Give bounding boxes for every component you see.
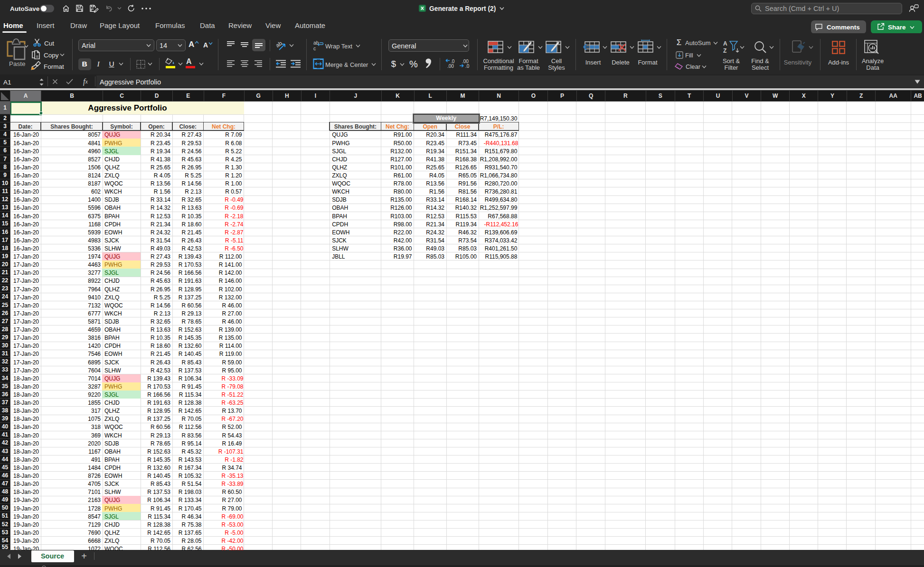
svg-text:.00: .00 xyxy=(447,64,454,69)
svg-text:Z: Z xyxy=(723,47,726,54)
svg-text:c: c xyxy=(313,46,316,51)
svg-text:.0: .0 xyxy=(465,64,470,69)
svg-text:A: A xyxy=(723,40,727,47)
